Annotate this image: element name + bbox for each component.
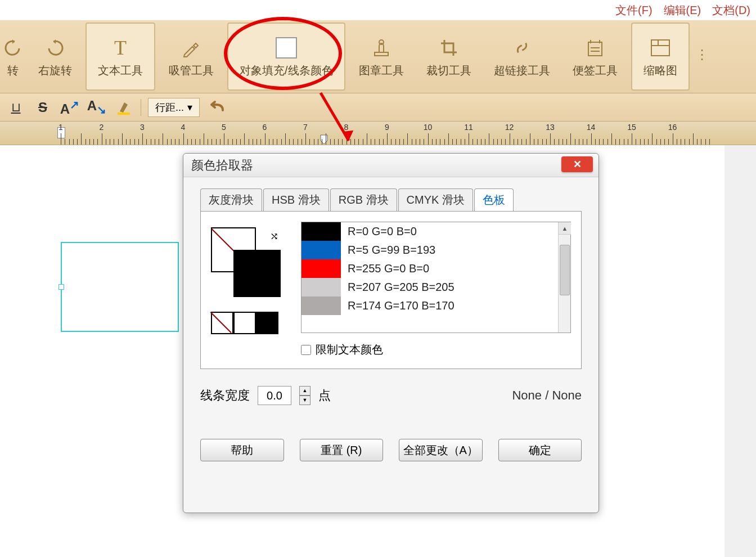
- line-width-spinner: ▲ ▼: [299, 386, 310, 405]
- color-list-item[interactable]: R=207 G=205 B=205: [302, 278, 558, 297]
- ok-button[interactable]: 确定: [498, 439, 582, 461]
- separator: [141, 99, 141, 116]
- svg-rect-2: [588, 42, 602, 56]
- color-list-item[interactable]: R=174 G=170 B=170: [302, 297, 558, 315]
- recent-swatches: [211, 312, 290, 334]
- ruler-number: 7: [303, 123, 308, 132]
- ruler-number: 13: [546, 123, 555, 132]
- spinner-down[interactable]: ▼: [299, 396, 310, 405]
- strikethrough-button[interactable]: S: [33, 97, 53, 118]
- eyedropper-button[interactable]: 吸管工具: [158, 20, 225, 93]
- recent-swatch-black[interactable]: [256, 312, 278, 334]
- point-label: 点: [318, 387, 331, 404]
- fill-line-color-button[interactable]: 对象填充/线条颜色: [227, 23, 345, 91]
- tab-grayscale[interactable]: 灰度滑块: [200, 188, 262, 211]
- color-label: R=0 G=0 B=0: [341, 225, 417, 238]
- ruler-number: 14: [587, 123, 596, 132]
- ruler-number: 9: [385, 123, 389, 132]
- ruler-number: 1: [58, 123, 63, 132]
- ruler-number: 3: [140, 123, 145, 132]
- note-tool-button[interactable]: 便签工具: [561, 20, 629, 93]
- highlight-button[interactable]: [114, 97, 134, 118]
- swap-colors-button[interactable]: ⤭: [270, 230, 278, 242]
- color-swatch: [302, 297, 341, 315]
- note-icon: [585, 37, 605, 59]
- svg-rect-0: [375, 52, 388, 56]
- thumbnail-icon: [650, 37, 670, 59]
- superscript-button[interactable]: A↗: [60, 97, 80, 118]
- dialog-button-row: 帮助 重置 (R) 全部更改（A） 确定: [200, 439, 582, 461]
- recent-swatch-none[interactable]: [211, 312, 233, 334]
- text-tool-button[interactable]: T 文本工具: [86, 23, 155, 91]
- ruler-number: 6: [263, 123, 267, 132]
- limit-checkbox-input[interactable]: [301, 345, 311, 355]
- reset-button[interactable]: 重置 (R): [300, 439, 384, 461]
- dropdown-arrow-icon: ▾: [187, 101, 192, 114]
- text-tool-icon: T: [114, 37, 127, 59]
- svg-rect-7: [651, 40, 669, 56]
- scrollbar[interactable]: ▲: [558, 222, 570, 333]
- color-list-item[interactable]: R=5 G=99 B=193: [302, 241, 558, 259]
- menu-bar: 文件(F) 编辑(E) 文档(D): [0, 0, 756, 20]
- menu-edit[interactable]: 编辑(E): [664, 3, 701, 18]
- ruler-number: 5: [222, 123, 226, 132]
- color-list-item[interactable]: R=0 G=0 B=0: [302, 222, 558, 241]
- help-button[interactable]: 帮助: [200, 439, 284, 461]
- scroll-thumb[interactable]: [560, 245, 570, 295]
- menu-file[interactable]: 文件(F): [615, 3, 652, 18]
- color-label: R=255 G=0 B=0: [341, 262, 429, 275]
- none-none-label: None / None: [512, 388, 582, 403]
- subscript-button[interactable]: A↘: [87, 97, 107, 118]
- line-spacing-dropdown[interactable]: 行距... ▾: [148, 98, 200, 117]
- tab-rgb[interactable]: RGB 滑块: [330, 188, 397, 211]
- tab-hsb[interactable]: HSB 滑块: [263, 188, 329, 211]
- rotate-left-button[interactable]: 转: [0, 20, 27, 93]
- color-list-item[interactable]: R=255 G=0 B=0: [302, 259, 558, 278]
- line-width-label: 线条宽度: [200, 387, 250, 404]
- color-swatch: [302, 222, 341, 241]
- color-swatch: [302, 241, 341, 259]
- menu-document[interactable]: 文档(D): [712, 3, 750, 18]
- main-toolbar: 转 右旋转 T 文本工具 吸管工具 对象填充/线条颜色 图章工具 裁切工具 超链…: [0, 20, 756, 93]
- limit-text-color-checkbox[interactable]: 限制文本颜色: [301, 342, 571, 357]
- undo-button[interactable]: [206, 97, 227, 118]
- color-label: R=207 G=205 B=205: [341, 281, 454, 294]
- dialog-title: 颜色拾取器: [191, 157, 253, 174]
- line-width-input[interactable]: [258, 386, 291, 405]
- resize-handle-left[interactable]: [58, 284, 64, 290]
- color-label: R=174 G=170 B=170: [341, 299, 454, 312]
- horizontal-ruler[interactable]: 12345678910111213141516: [0, 122, 756, 145]
- change-all-button[interactable]: 全部更改（A）: [399, 439, 483, 461]
- spinner-up[interactable]: ▲: [299, 386, 310, 396]
- dialog-titlebar[interactable]: 颜色拾取器 ✕: [183, 154, 598, 177]
- crop-tool-button[interactable]: 裁切工具: [415, 20, 483, 93]
- stamp-icon: [371, 37, 392, 59]
- thumbnail-button[interactable]: 缩略图: [631, 23, 690, 91]
- ruler-number: 4: [181, 123, 186, 132]
- recent-swatch-white[interactable]: [233, 312, 256, 334]
- preview-column: ⤭: [211, 222, 290, 357]
- tab-cmyk[interactable]: CMYK 滑块: [398, 188, 473, 211]
- close-button[interactable]: ✕: [561, 156, 593, 172]
- tab-palette[interactable]: 色板: [474, 188, 514, 211]
- underline-button[interactable]: ⊔: [6, 97, 26, 118]
- rotate-right-icon: [46, 37, 65, 59]
- preview-swatch-front[interactable]: [233, 250, 281, 297]
- eyedropper-icon: [181, 37, 201, 59]
- crop-icon: [439, 37, 459, 59]
- color-list: R=0 G=0 B=0R=5 G=99 B=193R=255 G=0 B=0R=…: [301, 222, 571, 333]
- more-button[interactable]: ⋮: [692, 20, 712, 93]
- selection-rectangle[interactable]: [61, 242, 179, 332]
- dialog-body: 灰度滑块 HSB 滑块 RGB 滑块 CMYK 滑块 色板 ⤭: [183, 177, 598, 473]
- link-icon: [511, 37, 533, 59]
- rotate-right-button[interactable]: 右旋转: [27, 20, 83, 93]
- ruler-number: 12: [505, 123, 514, 132]
- ruler-tab-marker[interactable]: [320, 134, 328, 145]
- rotate-left-icon: [3, 37, 22, 59]
- scroll-up-button[interactable]: ▲: [559, 222, 571, 235]
- sub-toolbar: ⊔ S A↗ A↘ 行距... ▾: [0, 93, 756, 122]
- fill-color-icon: [276, 37, 297, 59]
- stamp-tool-button[interactable]: 图章工具: [348, 20, 415, 93]
- hyperlink-tool-button[interactable]: 超链接工具: [483, 20, 561, 93]
- ruler-number: 8: [344, 123, 349, 132]
